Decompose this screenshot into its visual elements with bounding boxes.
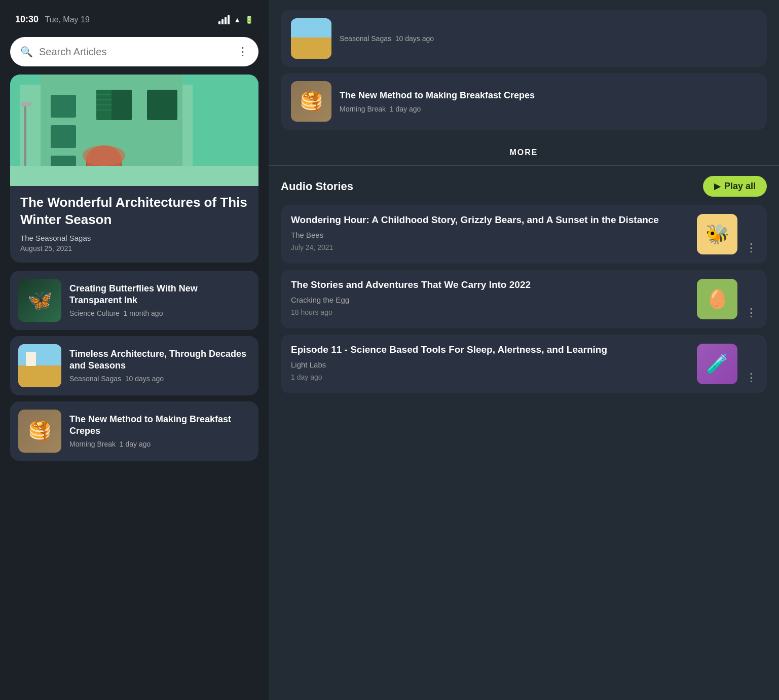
article-time: 1 day ago [120, 440, 151, 448]
list-item[interactable]: 🦋 Creating Butterflies With New Transpar… [10, 271, 258, 330]
audio-info: Episode 11 - Science Based Tools For Sle… [291, 344, 689, 381]
play-all-button[interactable]: ▶ Play all [703, 176, 767, 197]
search-bar[interactable]: 🔍 ⋮ [10, 37, 258, 66]
article-source: Science Culture [69, 309, 120, 317]
article-thumbnail: 🥞 [291, 81, 331, 122]
article-title: The New Method to Making Breakfast Crepe… [340, 90, 757, 101]
article-info: Creating Butterflies With New Transparen… [69, 283, 250, 318]
play-all-label: Play all [724, 181, 756, 192]
featured-image [10, 75, 258, 186]
svg-rect-19 [10, 166, 258, 186]
audio-date: 18 hours ago [291, 308, 689, 316]
article-thumbnail [18, 344, 61, 387]
list-item[interactable]: 🥞 The New Method to Making Breakfast Cre… [10, 401, 258, 461]
article-time: 10 days ago [125, 375, 164, 383]
article-title: The New Method to Making Breakfast Crepe… [69, 414, 250, 437]
article-source: Seasonal Sagas [340, 34, 391, 43]
svg-rect-25 [291, 38, 331, 59]
svg-rect-23 [26, 352, 36, 366]
article-meta: Seasonal Sagas 10 days ago [69, 375, 250, 383]
article-title: Timeless Architecture, Through Decades a… [69, 348, 250, 372]
right-panel: Seasonal Sagas 10 days ago 🥞 The New Met… [269, 0, 779, 700]
audio-info: The Stories and Adventures That We Carry… [291, 279, 689, 316]
article-meta: Science Culture 1 month ago [69, 309, 250, 317]
search-input[interactable] [39, 46, 231, 58]
audio-source: Light Labs [291, 360, 689, 369]
audio-more-button[interactable]: ⋮ [746, 371, 757, 384]
featured-title: The Wonderful Architectures of This Wint… [20, 194, 248, 229]
article-list: 🦋 Creating Butterflies With New Transpar… [10, 271, 258, 461]
article-info: Timeless Architecture, Through Decades a… [69, 348, 250, 383]
search-icon: 🔍 [20, 46, 33, 58]
audio-section: Audio Stories ▶ Play all Wondering Hour:… [269, 166, 779, 700]
audio-thumbnail: 🥚 [697, 279, 737, 319]
svg-rect-4 [51, 125, 76, 148]
list-item[interactable]: 🥞 The New Method to Making Breakfast Cre… [281, 73, 767, 130]
svg-rect-18 [21, 102, 31, 106]
article-source: Morning Break [340, 105, 386, 113]
audio-info: Wondering Hour: A Childhood Story, Grizz… [291, 214, 689, 251]
featured-date: August 25, 2021 [20, 244, 248, 252]
status-date: Tue, May 19 [45, 15, 90, 24]
featured-source: The Seasonal Sagas [20, 234, 248, 242]
article-time: 10 days ago [395, 34, 434, 43]
article-info: The New Method to Making Breakfast Crepe… [340, 90, 757, 113]
article-thumbnail [291, 18, 331, 59]
featured-card[interactable]: The Wonderful Architectures of This Wint… [10, 75, 258, 263]
audio-item[interactable]: Wondering Hour: A Childhood Story, Grizz… [281, 205, 767, 264]
article-time: 1 month ago [124, 309, 163, 317]
article-title: Creating Butterflies With New Transparen… [69, 283, 250, 307]
right-top-articles: Seasonal Sagas 10 days ago 🥞 The New Met… [269, 0, 779, 140]
article-thumbnail: 🥞 [18, 410, 61, 453]
audio-header: Audio Stories ▶ Play all [281, 176, 767, 197]
article-info: Seasonal Sagas 10 days ago [340, 34, 757, 43]
audio-title: Wondering Hour: A Childhood Story, Grizz… [291, 214, 689, 227]
audio-more-button[interactable]: ⋮ [746, 241, 757, 254]
svg-point-20 [83, 145, 125, 166]
svg-rect-22 [18, 365, 61, 387]
left-panel: 10:30 Tue, May 19 ▲ 🔋 🔍 ⋮ [0, 0, 269, 700]
article-source: Morning Break [69, 440, 116, 448]
article-info: The New Method to Making Breakfast Crepe… [69, 414, 250, 449]
audio-source: Cracking the Egg [291, 296, 689, 304]
article-source: Seasonal Sagas [69, 375, 121, 383]
audio-item[interactable]: Episode 11 - Science Based Tools For Sle… [281, 335, 767, 393]
status-bar: 10:30 Tue, May 19 ▲ 🔋 [10, 0, 258, 29]
battery-icon: 🔋 [245, 16, 253, 24]
svg-rect-3 [51, 95, 76, 118]
signal-icon [218, 15, 230, 24]
article-thumbnail: 🦋 [18, 279, 61, 322]
wifi-icon: ▲ [234, 16, 241, 24]
audio-thumbnail: 🐝 [697, 214, 737, 254]
audio-thumbnail: 🧪 [697, 344, 737, 384]
audio-list: Wondering Hour: A Childhood Story, Grizz… [281, 205, 767, 393]
audio-section-title: Audio Stories [281, 180, 353, 193]
svg-rect-24 [291, 18, 331, 38]
article-meta: Seasonal Sagas 10 days ago [340, 34, 757, 43]
audio-source: The Bees [291, 231, 689, 239]
article-time: 1 day ago [390, 105, 421, 113]
status-time: 10:30 [15, 14, 39, 24]
list-item[interactable]: Seasonal Sagas 10 days ago [281, 10, 767, 67]
svg-rect-8 [113, 90, 132, 120]
audio-date: July 24, 2021 [291, 243, 689, 251]
status-icons: ▲ 🔋 [218, 15, 253, 24]
audio-more-button[interactable]: ⋮ [746, 306, 757, 319]
play-icon: ▶ [714, 181, 720, 191]
audio-date: 1 day ago [291, 373, 689, 381]
more-button[interactable]: MORE [510, 148, 538, 157]
audio-title: The Stories and Adventures That We Carry… [291, 279, 689, 291]
audio-title: Episode 11 - Science Based Tools For Sle… [291, 344, 689, 356]
svg-rect-13 [147, 90, 177, 120]
article-meta: Morning Break 1 day ago [69, 440, 250, 448]
more-options-button[interactable]: ⋮ [237, 45, 248, 58]
more-button-container: MORE [269, 140, 779, 166]
audio-item[interactable]: The Stories and Adventures That We Carry… [281, 270, 767, 328]
svg-rect-21 [18, 344, 61, 365]
featured-card-body: The Wonderful Architectures of This Wint… [10, 186, 258, 252]
list-item[interactable]: Timeless Architecture, Through Decades a… [10, 336, 258, 395]
article-meta: Morning Break 1 day ago [340, 105, 757, 113]
